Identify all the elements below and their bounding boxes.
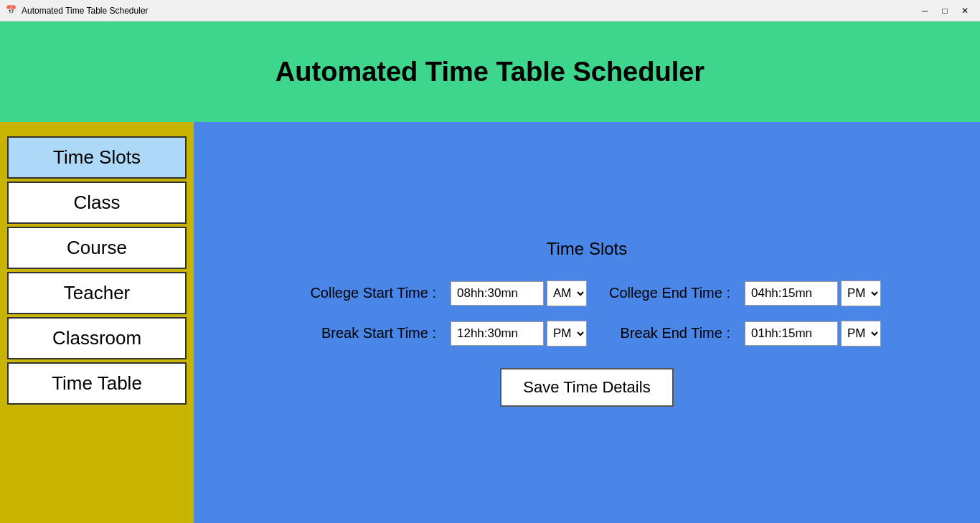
break-end-time-input[interactable] xyxy=(745,321,838,346)
form-section: College Start Time : AM PM College End T… xyxy=(293,281,881,407)
sidebar-item-teacher[interactable]: Teacher xyxy=(7,272,187,314)
college-start-ampm-select[interactable]: AM PM xyxy=(547,281,587,306)
sidebar-item-time-slots[interactable]: Time Slots xyxy=(7,136,187,179)
break-start-ampm-select[interactable]: AM PM xyxy=(547,321,587,347)
sidebar-item-class[interactable]: Class xyxy=(7,182,187,224)
sidebar-item-course[interactable]: Course xyxy=(7,227,187,269)
title-bar-left: 📅 Automated Time Table Scheduler xyxy=(6,5,149,17)
form-row-break-times: Break Start Time : AM PM Break End Time … xyxy=(293,321,881,347)
break-end-time-group: AM PM xyxy=(745,321,881,347)
break-start-time-input[interactable] xyxy=(451,321,544,346)
college-start-time-input[interactable] xyxy=(451,281,544,306)
main-layout: Time Slots Class Course Teacher Classroo… xyxy=(0,122,980,523)
sidebar: Time Slots Class Course Teacher Classroo… xyxy=(0,122,194,523)
break-end-time-label: Break End Time : xyxy=(601,325,730,341)
break-start-time-group: AM PM xyxy=(451,321,587,347)
sidebar-item-label: Classroom xyxy=(52,327,141,349)
sidebar-item-classroom[interactable]: Classroom xyxy=(7,317,187,359)
college-end-time-group: AM PM xyxy=(745,281,881,306)
app-title: Automated Time Table Scheduler xyxy=(275,57,705,88)
title-bar: 📅 Automated Time Table Scheduler ─ □ ✕ xyxy=(0,0,980,22)
college-end-time-input[interactable] xyxy=(745,281,838,306)
college-end-ampm-select[interactable]: AM PM xyxy=(841,281,881,306)
content-area: Time Slots College Start Time : AM PM Co… xyxy=(194,122,980,523)
sidebar-item-label: Time Table xyxy=(52,372,142,394)
sidebar-item-label: Teacher xyxy=(64,282,131,303)
window-title: Automated Time Table Scheduler xyxy=(22,6,149,16)
college-end-time-label: College End Time : xyxy=(601,285,730,301)
form-row-college-times: College Start Time : AM PM College End T… xyxy=(293,281,881,306)
sidebar-item-label: Time Slots xyxy=(53,146,141,168)
close-button[interactable]: ✕ xyxy=(956,4,974,18)
title-bar-controls: ─ □ ✕ xyxy=(915,4,974,18)
college-start-time-label: College Start Time : xyxy=(293,285,436,301)
sidebar-item-label: Class xyxy=(73,192,120,213)
break-start-time-label: Break Start Time : xyxy=(293,325,436,341)
sidebar-item-time-table[interactable]: Time Table xyxy=(7,362,187,405)
maximize-button[interactable]: □ xyxy=(936,4,954,18)
break-end-ampm-select[interactable]: AM PM xyxy=(841,321,881,347)
app-icon: 📅 xyxy=(6,5,17,17)
save-time-details-button[interactable]: Save Time Details xyxy=(500,368,673,407)
college-start-time-group: AM PM xyxy=(451,281,587,306)
app-header: Automated Time Table Scheduler xyxy=(0,22,980,122)
content-section-title: Time Slots xyxy=(547,239,627,259)
minimize-button[interactable]: ─ xyxy=(915,4,934,18)
sidebar-item-label: Course xyxy=(67,237,127,258)
